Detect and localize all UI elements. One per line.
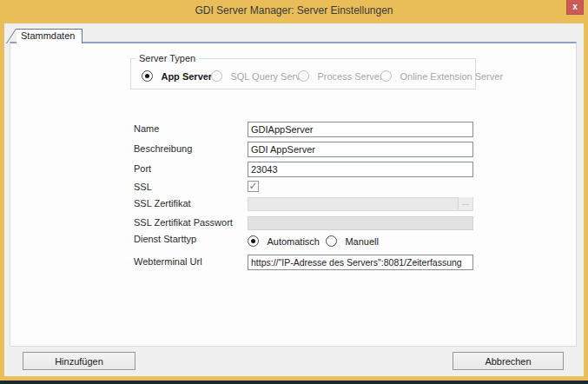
ssl-zertifikat-passwort-input <box>248 216 473 230</box>
dialog-window: GDI Server Manager: Server Einstellungen… <box>0 0 588 384</box>
radio-disabled-icon <box>380 70 392 82</box>
port-input[interactable] <box>248 162 473 177</box>
ssl-zertifikat-row: SSL Zertifikat ... <box>134 195 474 211</box>
server-typen-group: Server Typen App Server SQL Query Server… <box>130 58 476 89</box>
beschreibung-label: Beschreibung <box>134 143 192 154</box>
radio-automatisch[interactable]: Automatisch <box>248 233 320 245</box>
close-icon: x <box>567 0 583 13</box>
ssl-zertifikat-label: SSL Zertifikat <box>134 198 191 209</box>
name-input[interactable] <box>248 122 473 137</box>
tab-label: Stammdaten <box>21 30 75 41</box>
ellipsis-icon: ... <box>462 198 469 207</box>
webterminal-url-input[interactable] <box>248 255 473 270</box>
ssl-zertifikat-input <box>248 197 473 211</box>
radio-disabled-icon <box>211 70 222 82</box>
port-label: Port <box>134 163 151 174</box>
tab-stammdaten[interactable]: Stammdaten <box>17 29 83 43</box>
desktop-strip <box>0 381 588 384</box>
radio-label: Automatisch <box>267 236 320 247</box>
hinzufuegen-button[interactable]: Hinzufügen <box>23 352 135 370</box>
window-title: GDI Server Manager: Server Einstellungen <box>0 0 588 22</box>
name-label: Name <box>134 123 159 134</box>
radio-label: Online Extension Server <box>400 71 503 82</box>
radio-unselected-icon <box>326 235 337 247</box>
radio-manuell[interactable]: Manuell <box>326 233 379 245</box>
server-typen-legend: Server Typen <box>135 53 199 63</box>
radio-sql-query-server: SQL Query Server <box>211 68 309 80</box>
tab-page: Server Typen App Server SQL Query Server… <box>10 42 577 347</box>
dienst-starttyp-label: Dienst Starttyp <box>134 234 196 244</box>
ssl-zertifikat-passwort-row: SSL Zertifikat Passwort <box>134 215 474 230</box>
abbrechen-button[interactable]: Abbrechen <box>453 352 564 370</box>
ssl-label: SSL <box>134 182 152 192</box>
radio-label: Manuell <box>345 236 379 247</box>
dialog-body: Stammdaten Server Typen App Server SQL Q… <box>3 23 585 377</box>
titlebar: GDI Server Manager: Server Einstellungen… <box>0 0 588 23</box>
ssl-checkbox[interactable]: ✓ <box>248 181 259 192</box>
radio-selected-icon <box>248 235 259 247</box>
checkmark-icon: ✓ <box>248 182 258 191</box>
webterminal-url-row: Webterminal Url <box>134 254 474 269</box>
close-button[interactable]: x <box>566 0 584 15</box>
radio-label: App Server <box>161 71 212 82</box>
beschreibung-row: Beschreibung <box>134 141 474 156</box>
radio-label: Process Server <box>317 71 382 82</box>
radio-online-extension-server: Online Extension Server <box>380 68 503 80</box>
ssl-row: SSL ✓ <box>134 179 474 195</box>
browse-button: ... <box>458 197 472 209</box>
name-row: Name <box>134 121 474 136</box>
radio-selected-icon <box>142 70 153 82</box>
radio-app-server[interactable]: App Server <box>142 68 212 80</box>
dienst-starttyp-row: Dienst Starttyp Automatisch Manuell <box>134 231 474 247</box>
ssl-zertifikat-passwort-label: SSL Zertifikat Passwort <box>134 217 233 228</box>
webterminal-url-label: Webterminal Url <box>134 256 202 267</box>
beschreibung-input[interactable] <box>248 142 473 157</box>
port-row: Port <box>134 161 474 176</box>
radio-process-server: Process Server <box>298 68 383 80</box>
